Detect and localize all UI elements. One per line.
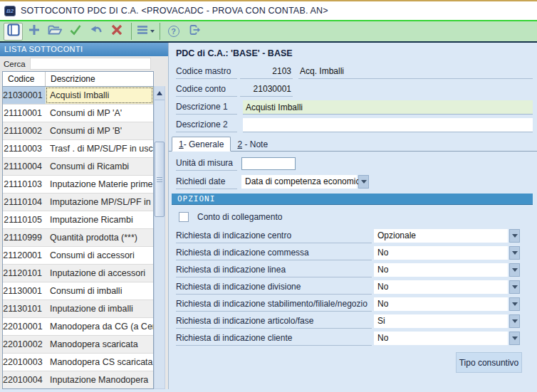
option-value[interactable]: No: [374, 246, 508, 260]
undo-icon: [89, 23, 103, 40]
exit-button[interactable]: [184, 23, 204, 41]
item-code: 21130101: [3, 300, 46, 317]
column-header-descrizione[interactable]: Descrizione: [46, 72, 153, 86]
tipo-consuntivo-button[interactable]: Tipo consuntivo: [456, 352, 522, 373]
list-item[interactable]: 22010003Manodopera CS scaricata: [3, 354, 153, 371]
item-code: 22010001: [3, 318, 46, 335]
triangle-down-icon: [512, 234, 518, 238]
list-item[interactable]: 21120001Consumi di accessori: [3, 247, 153, 265]
richiedi-date-dropdown[interactable]: Data di competenza economica: [241, 175, 369, 189]
list-item[interactable]: 21110104Imputazione MP/SL/PF in entrat: [3, 194, 153, 211]
option-dropdown[interactable]: No: [374, 332, 520, 345]
list-item[interactable]: 21110103Inputazione Materie prime: [3, 176, 153, 194]
list-item[interactable]: 21120101Inputazione di accessori: [3, 265, 153, 282]
item-desc: Consumi di MP 'A': [46, 105, 153, 122]
dropdown-arrow-button[interactable]: [509, 332, 520, 345]
dropdown-arrow-button[interactable]: [509, 229, 520, 243]
list-scrollbar[interactable]: [154, 86, 165, 389]
column-header-codice[interactable]: Codice: [3, 72, 46, 86]
codice-mastro-desc: Acq. Imballi: [298, 64, 533, 79]
menu-button[interactable]: [135, 23, 155, 41]
codice-conto-value[interactable]: 21030001: [240, 82, 293, 97]
option-dropdown[interactable]: Opzionale: [374, 229, 520, 243]
descrizione2-field[interactable]: [243, 118, 533, 132]
list-item[interactable]: 21110004Consumi di Ricambi: [3, 158, 153, 176]
dropdown-arrow-button[interactable]: [509, 263, 520, 277]
item-desc: Manodopera scaricata: [46, 336, 153, 353]
undo-button[interactable]: [86, 23, 105, 41]
option-value[interactable]: No: [374, 332, 508, 345]
list-item[interactable]: 21130101Inputazione di imballi: [3, 300, 153, 318]
descrizione1-field[interactable]: Acquisti Imballi: [243, 100, 533, 115]
option-dropdown[interactable]: No: [374, 263, 520, 277]
item-desc: Quantità prodotta (***): [46, 229, 153, 246]
item-code: 21110103: [3, 176, 46, 193]
conto-collegamento-checkbox[interactable]: [179, 212, 189, 222]
open-folder-icon: [47, 23, 63, 40]
pdc-header: PDC di C.A.: 'BASE' - BASE: [169, 43, 537, 61]
list-item[interactable]: 21030001Acquisti Imballi: [3, 87, 153, 105]
open-button[interactable]: [45, 23, 64, 41]
option-dropdown[interactable]: No: [374, 280, 520, 294]
option-value[interactable]: Opzionale: [374, 229, 508, 243]
delete-icon: [110, 23, 124, 40]
item-desc: Trasf . di MP/SL/PF in uscita: [46, 140, 153, 157]
option-row: Richiesta di indicazione commessaNo: [169, 243, 537, 260]
list-item[interactable]: 21110003Trasf . di MP/SL/PF in uscita: [3, 140, 153, 158]
item-desc: Manodopera CS scaricata: [46, 354, 153, 371]
dropdown-arrow-button[interactable]: [509, 246, 520, 260]
list-item[interactable]: 22010004Inputazione Manodopera: [3, 371, 153, 389]
list-item[interactable]: 22010002Manodopera scaricata: [3, 336, 153, 354]
option-value[interactable]: Si: [374, 314, 508, 328]
list-item[interactable]: 21130001Consumi di imballi: [3, 282, 153, 300]
item-code: 21110105: [3, 211, 46, 228]
descrizione2-row: Descrizione 2: [169, 115, 537, 132]
dropdown-arrow-button[interactable]: [509, 297, 520, 311]
app-window: B2 SOTTOCONTO PDC DI C.A. <PROVACADC - P…: [0, 0, 537, 392]
option-dropdown[interactable]: No: [374, 297, 520, 311]
dropdown-arrow-button[interactable]: [358, 175, 369, 189]
list-item[interactable]: 21110999Quantità prodotta (***): [3, 229, 153, 247]
richiedi-date-value[interactable]: Data di competenza economica: [241, 175, 357, 189]
item-desc: Inputazione Manodopera: [46, 371, 153, 388]
tab-note[interactable]: 2 - Note: [231, 137, 274, 151]
list-item[interactable]: 21110002Consumi di MP 'B': [3, 122, 153, 140]
option-value[interactable]: No: [374, 263, 508, 277]
list-item[interactable]: 22010001Manodopera da CG (a Centro) I: [3, 318, 153, 336]
delete-button[interactable]: [107, 23, 126, 41]
tab-generale[interactable]: 1- Generale: [172, 137, 231, 152]
option-dropdown[interactable]: Si: [374, 314, 520, 328]
codice-mastro-value[interactable]: 2103: [240, 64, 293, 79]
add-icon: [27, 23, 41, 40]
scroll-up-button[interactable]: [155, 86, 165, 100]
table-header-row: Codice Descrizione: [3, 72, 153, 87]
subaccount-table: Codice Descrizione 21030001Acquisti Imba…: [2, 71, 154, 389]
item-desc: Inputazione Materie prime: [46, 176, 153, 193]
add-button[interactable]: [24, 23, 43, 41]
exit-icon: [187, 23, 202, 40]
confirm-button[interactable]: [66, 23, 85, 41]
conto-collegamento-row: Conto di collegamento: [169, 208, 537, 226]
help-button[interactable]: ?: [164, 23, 183, 41]
option-dropdown[interactable]: No: [374, 246, 520, 260]
menu-icon: [136, 23, 149, 40]
triangle-down-icon: [361, 180, 367, 184]
list-item[interactable]: 21110105Imputazione Ricambi: [3, 211, 153, 229]
dropdown-arrow-button[interactable]: [509, 280, 520, 294]
list-panel-header: LISTA SOTTOCONTI: [0, 43, 168, 56]
window-title: SOTTOCONTO PDC DI C.A. <PROVACADC - PROV…: [21, 6, 328, 16]
unita-di-misura-input[interactable]: [241, 157, 296, 170]
detail-panel: PDC di C.A.: 'BASE' - BASE Codice mastro…: [169, 43, 537, 389]
search-input[interactable]: [30, 58, 151, 70]
option-value[interactable]: No: [374, 280, 508, 294]
option-label: Richiesta di indicazione cliente: [176, 331, 372, 346]
form-button[interactable]: [4, 23, 23, 41]
dropdown-arrow-button[interactable]: [509, 314, 520, 328]
list-item[interactable]: 21110001Consumi di MP 'A': [3, 105, 153, 122]
scrollbar-thumb[interactable]: [155, 142, 165, 217]
item-desc: Consumi di MP 'B': [46, 122, 153, 139]
option-label: Richiesta di indicazione articolo/fase: [176, 314, 372, 329]
option-value[interactable]: No: [374, 297, 508, 311]
item-code: 22010003: [3, 354, 46, 371]
item-desc: Imputazione MP/SL/PF in entrat: [46, 194, 153, 211]
